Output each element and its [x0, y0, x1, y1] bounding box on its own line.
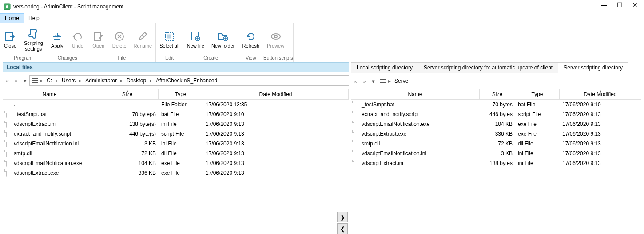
new-file-icon — [189, 30, 202, 43]
window-title: versiondog - AdminClient - Script manage… — [13, 4, 640, 10]
svg-point-11 — [271, 34, 280, 39]
breadcrumb-left[interactable]: ▸ C:▸ Users▸ Administrator▸ Desktop▸ Aft… — [29, 75, 349, 86]
tab-local-dir[interactable]: Local scripting directory — [351, 62, 418, 73]
nav-back-r[interactable]: « — [351, 78, 360, 85]
file-row[interactable]: vdscriptExtract.ini 138 bytes ini File 1… — [351, 158, 641, 168]
nav-fwd-r[interactable]: » — [360, 78, 369, 85]
maximize-button[interactable]: ☐ — [617, 2, 623, 8]
file-row[interactable]: vdscriptExtract.exe 336 KB exe File 17/0… — [3, 168, 349, 178]
file-icon — [354, 111, 354, 118]
file-icon — [6, 140, 7, 147]
col-date[interactable]: Date Modified — [203, 89, 349, 99]
local-panel: Local files « » ▾ ▸ C:▸ Users▸ Administr… — [0, 62, 349, 234]
ribbon: Close Scriptingsettings Program Apply Un… — [0, 23, 644, 62]
scroll-icon — [27, 27, 40, 40]
file-row[interactable]: vdscriptEmailNotification.exe 104 KB exe… — [351, 119, 641, 129]
titlebar: versiondog - AdminClient - Script manage… — [0, 0, 644, 13]
group-label-view: View — [239, 55, 263, 62]
menu-home[interactable]: Home — [0, 13, 24, 23]
nav-drop-r[interactable]: ▾ — [369, 78, 378, 85]
col-size[interactable]: ▴Size — [96, 89, 159, 99]
col-date-r[interactable]: ▴Date Modified — [560, 89, 641, 99]
local-panel-header: Local files — [3, 62, 349, 72]
new-file-button[interactable]: New file — [183, 23, 208, 55]
group-label-program: Program — [0, 55, 47, 62]
svg-rect-3 — [54, 39, 60, 40]
nav-back[interactable]: « — [3, 77, 12, 84]
menu-bar: Home Help — [0, 13, 644, 23]
file-icon — [6, 130, 7, 137]
file-row[interactable]: extract_and_notify.script 446 bytes scri… — [351, 109, 641, 119]
rename-icon — [136, 30, 149, 43]
file-row[interactable]: smtp.dll 72 KB dll File 17/06/2020 9:13 — [3, 149, 349, 158]
file-icon — [354, 160, 354, 167]
col-size-r[interactable]: Size — [480, 89, 515, 99]
tabs: Local scripting directory Server scripti… — [351, 62, 641, 73]
file-row[interactable]: vdscriptExtract.exe 336 KB exe File 17/0… — [351, 129, 641, 139]
col-name-r[interactable]: Name — [351, 89, 480, 99]
preview-button[interactable]: Preview — [263, 23, 288, 55]
group-label-create: Create — [183, 55, 239, 62]
nav-fwd[interactable]: » — [12, 77, 20, 84]
file-row[interactable]: .. File Folder 17/06/2020 13:35 — [3, 100, 349, 109]
breadcrumb-right[interactable]: ▸ Server — [378, 76, 641, 86]
delete-button[interactable]: Delete — [109, 23, 130, 55]
delete-icon — [113, 30, 126, 43]
close-icon — [4, 30, 17, 43]
minimize-button[interactable]: — — [601, 2, 607, 8]
select-all-button[interactable]: Select all — [156, 23, 183, 55]
file-row[interactable]: _testSmpt.bat 70 byte(s) bat File 17/06/… — [3, 109, 349, 119]
open-button[interactable]: Open — [88, 23, 109, 55]
file-icon — [354, 101, 354, 108]
undo-button[interactable]: Undo — [68, 23, 88, 55]
file-icon — [354, 130, 354, 137]
menu-help[interactable]: Help — [24, 14, 44, 23]
tab-server-auto[interactable]: Server scripting directory for automatic… — [418, 62, 558, 73]
app-icon — [4, 3, 11, 10]
rename-button[interactable]: Rename — [130, 23, 156, 55]
server-filelist: Name Size Type ▴Date Modified _testSmpt.… — [351, 89, 641, 234]
server-panel: Local scripting directory Server scripti… — [351, 62, 644, 234]
col-name[interactable]: Name — [3, 89, 96, 99]
file-icon — [354, 150, 354, 157]
select-all-icon — [163, 30, 176, 43]
refresh-button[interactable]: Refresh — [239, 23, 263, 55]
list-icon — [32, 77, 39, 84]
undo-icon — [71, 30, 84, 43]
file-row[interactable]: vdscriptExtract.ini 138 byte(s) ini File… — [3, 119, 349, 129]
group-label-changes: Changes — [47, 55, 88, 62]
close-button[interactable]: Close — [0, 23, 20, 55]
svg-rect-7 — [167, 35, 171, 38]
svg-rect-4 — [95, 32, 101, 40]
tab-server-dir[interactable]: Server scripting directory — [558, 62, 628, 73]
transfer-left-button[interactable]: ❮ — [337, 223, 348, 234]
file-row[interactable]: vdscriptEmailNotification.exe 104 KB exe… — [3, 158, 349, 168]
file-row[interactable]: _testSmpt.bat 70 bytes bat File 17/06/20… — [351, 100, 641, 109]
file-icon — [6, 111, 7, 118]
apply-button[interactable]: Apply — [47, 23, 68, 55]
transfer-right-button[interactable]: ❯ — [337, 212, 348, 222]
file-icon — [6, 150, 7, 157]
apply-icon — [51, 30, 64, 43]
file-row[interactable]: vdscriptEmailNotification.ini 3 KB ini F… — [3, 139, 349, 149]
col-type-r[interactable]: Type — [515, 89, 560, 99]
file-icon — [6, 121, 7, 128]
new-folder-icon — [216, 30, 230, 43]
scripting-settings-button[interactable]: Scriptingsettings — [20, 23, 47, 55]
local-filelist: Name ▴Size Type Date Modified .. File Fo… — [3, 89, 349, 234]
file-row[interactable]: vdscriptEmailNotification.ini 3 KB ini F… — [351, 149, 641, 158]
open-icon — [92, 30, 105, 43]
refresh-icon — [244, 30, 258, 43]
preview-icon — [269, 30, 282, 43]
file-icon — [354, 121, 354, 128]
nav-drop[interactable]: ▾ — [20, 77, 29, 84]
col-type[interactable]: Type — [159, 89, 203, 99]
file-row[interactable]: smtp.dll 72 KB dll File 17/06/2020 9:13 — [351, 139, 641, 149]
new-folder-button[interactable]: New folder — [208, 23, 239, 55]
close-window-button[interactable]: ✕ — [632, 2, 638, 8]
file-row[interactable]: extract_and_notify.script 446 byte(s) sc… — [3, 129, 349, 139]
svg-point-12 — [274, 35, 277, 38]
group-label-file: File — [88, 55, 155, 62]
file-icon — [6, 169, 7, 177]
file-icon — [6, 160, 7, 167]
